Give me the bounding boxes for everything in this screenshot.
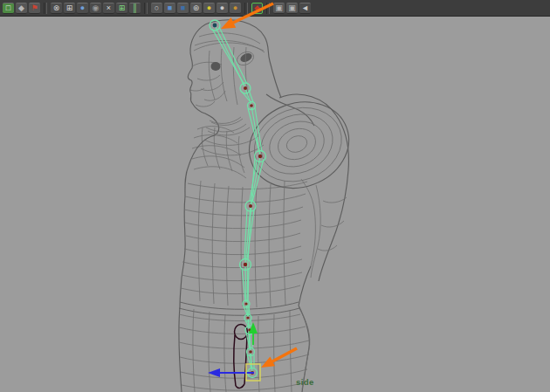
viewport-side-view[interactable]: side	[0, 0, 550, 392]
joint-chest[interactable]	[255, 151, 266, 162]
manipulator-x-axis-handle[interactable]	[208, 368, 254, 377]
character-wireframe[interactable]	[179, 20, 361, 392]
maya-application-window: □◆⚑⊗⊞●◉×⊞║○■■⊛●●●◆▣▣◄	[0, 0, 550, 392]
callout-arrow-head-joint	[221, 3, 273, 29]
camera-label: side	[296, 377, 314, 387]
eye-socket	[211, 62, 221, 71]
skeleton-chain[interactable]	[210, 20, 266, 378]
callout-arrow-root-control	[261, 348, 297, 368]
joint-neck[interactable]	[240, 83, 251, 93]
